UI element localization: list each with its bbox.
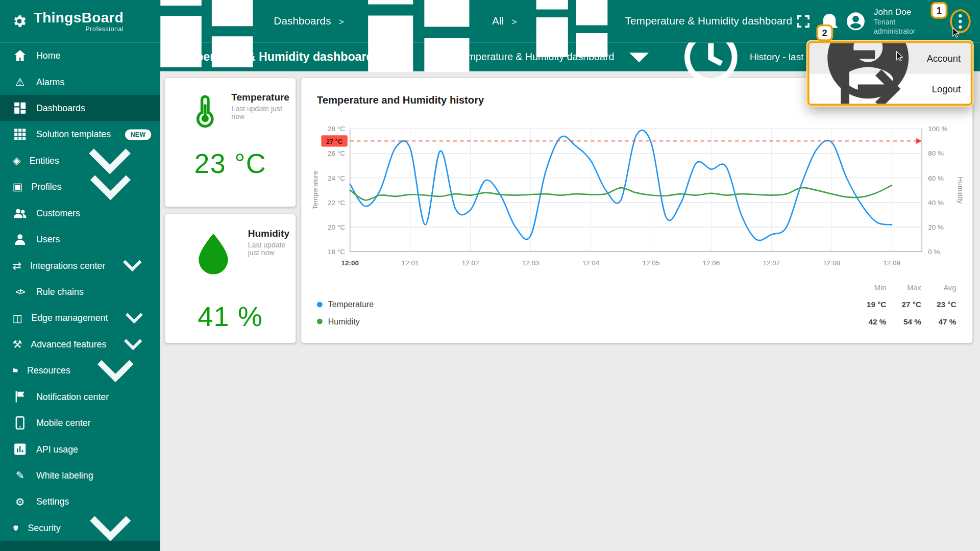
svg-text:60 %: 60 % [928, 174, 944, 182]
sidebar-item-profiles[interactable]: ▣Profiles [0, 173, 160, 199]
chevron-down-icon [79, 334, 151, 406]
thingsboard-logo[interactable]: ThingsBoard Professional [0, 10, 124, 32]
legend-humidity[interactable]: Humidity [317, 313, 851, 330]
svg-text:18 °C: 18 °C [328, 248, 345, 256]
temperature-widget: Temperature Last update just now 23 °C [165, 78, 296, 207]
app-edition: Professional [34, 26, 124, 32]
stat-value: 42 % [851, 313, 887, 330]
thingsboard-logo-icon [11, 13, 28, 30]
fullscreen-icon [792, 11, 814, 32]
svg-text:12:02: 12:02 [462, 259, 479, 267]
sidebar-item-mobile-center[interactable]: Mobile center [0, 410, 160, 436]
notification-center-icon [12, 389, 27, 404]
svg-text:40 %: 40 % [928, 199, 944, 207]
svg-text:12:04: 12:04 [582, 259, 600, 267]
user-info: John Doe Tenant administrator [874, 7, 929, 36]
svg-text:22 °C: 22 °C [328, 199, 345, 207]
user-name: John Doe [874, 7, 929, 17]
svg-text:12:03: 12:03 [522, 259, 540, 267]
cursor-icon [894, 50, 905, 62]
sidebar-menu: Home⚠AlarmsDashboardsSolution templatesN… [0, 42, 160, 541]
legend-dot [317, 302, 323, 307]
app-root: ThingsBoard Professional Dashboards > Al… [0, 0, 980, 551]
svg-text:80 %: 80 % [928, 149, 944, 157]
entities-icon: ◈ [12, 155, 20, 166]
chart-legend-stats: MinMaxAvgTemperature19 °C27 °C23 °CHumid… [317, 279, 957, 330]
legend-temperature[interactable]: Temperature [317, 296, 851, 313]
sidebar-item-partial [0, 541, 160, 551]
sidebar: Home⚠AlarmsDashboardsSolution templatesN… [0, 42, 160, 551]
svg-text:26 °C: 26 °C [328, 149, 345, 157]
stats-header: Max [886, 279, 921, 296]
dashboard-icon [352, 0, 486, 89]
thermometer-icon [186, 92, 224, 130]
menu-item-logout[interactable]: Logout [810, 73, 971, 104]
sidebar-item-dashboards[interactable]: Dashboards [0, 95, 160, 121]
svg-text:12:00: 12:00 [341, 259, 359, 267]
line-chart: 27 °C28 °C26 °C24 °C22 °C20 °C18 °C100 %… [301, 119, 964, 272]
humidity-widget: Humidity Last update just now 41 % [165, 214, 296, 343]
svg-text:12:08: 12:08 [823, 259, 840, 267]
svg-text:28 °C: 28 °C [328, 125, 345, 133]
sidebar-item-home[interactable]: Home [0, 42, 160, 68]
settings-icon: ⚙ [12, 496, 27, 507]
dashboard-icon [524, 0, 619, 69]
svg-text:Humidity: Humidity [957, 177, 964, 204]
callout-2-badge: 2 [816, 24, 833, 41]
dashboards-icon [12, 101, 27, 115]
svg-text:12:09: 12:09 [883, 259, 900, 267]
svg-text:0 %: 0 % [928, 248, 940, 256]
app-name: ThingsBoard [34, 9, 124, 26]
svg-text:20 %: 20 % [928, 223, 944, 231]
humidity-value: 41 % [165, 301, 296, 332]
stats-header: Min [851, 279, 887, 296]
history-chart-widget: Temperature and Humidity history 27 °C28… [301, 78, 972, 343]
widget-title: Humidity [248, 228, 289, 239]
svg-text:24 °C: 24 °C [328, 174, 345, 182]
svg-text:12:05: 12:05 [643, 259, 660, 267]
sidebar-item-resources[interactable]: Resources [0, 357, 160, 383]
user-dropdown-menu: Account Logout [807, 41, 972, 106]
svg-text:100 %: 100 % [928, 125, 947, 133]
logout-icon [819, 41, 922, 106]
profiles-icon: ▣ [12, 182, 22, 192]
breadcrumb-dashboards[interactable]: Dashboards [145, 0, 331, 83]
account-circle-icon [845, 11, 866, 32]
mobile-center-icon [12, 415, 27, 430]
stat-value: 23 °C [921, 296, 957, 313]
resources-icon [12, 367, 18, 373]
water-drop-icon [186, 228, 240, 282]
chevron-down-icon [114, 247, 151, 284]
stat-value: 54 % [886, 313, 921, 330]
svg-text:Temperature: Temperature [311, 171, 319, 210]
dashboard-icon [145, 0, 268, 83]
stat-value: 27 °C [886, 296, 921, 313]
stats-header: Avg [921, 279, 957, 296]
user-role: Tenant administrator [874, 18, 929, 36]
edge-management-icon: ◫ [12, 313, 22, 323]
temperature-value: 23 °C [165, 148, 296, 180]
alarms-icon: ⚠ [12, 77, 27, 87]
dashboard-content: Temperature Last update just now 23 °C H… [160, 71, 980, 551]
callout-1-badge: 1 [930, 2, 947, 19]
svg-text:12:06: 12:06 [703, 259, 720, 267]
cursor-icon [950, 26, 961, 38]
svg-text:27 °C: 27 °C [326, 138, 342, 145]
svg-text:12:07: 12:07 [763, 259, 780, 267]
sidebar-item-alarms[interactable]: ⚠Alarms [0, 69, 160, 95]
breadcrumb-current-dashboard[interactable]: Temperature & Humidity dashboard [524, 0, 792, 69]
customers-icon [12, 206, 27, 220]
integrations-center-icon: ⇄ [12, 260, 21, 271]
sidebar-item-security[interactable]: Security [0, 515, 160, 541]
fullscreen-button[interactable] [792, 9, 814, 34]
rule-chains-icon: </> [12, 287, 27, 296]
user-avatar[interactable] [845, 9, 866, 34]
breadcrumb-all[interactable]: All [352, 0, 504, 89]
advanced-features-icon: ⚒ [12, 339, 22, 349]
breadcrumb-separator: > [338, 16, 344, 27]
sidebar-item-api-usage[interactable]: API usage [0, 436, 160, 462]
sidebar-item-white-labeling[interactable]: ✎White labeling [0, 462, 160, 488]
svg-text:12:01: 12:01 [402, 259, 419, 267]
chevron-down-icon [70, 146, 152, 228]
sidebar-item-integrations-center[interactable]: ⇄Integrations center [0, 253, 160, 279]
